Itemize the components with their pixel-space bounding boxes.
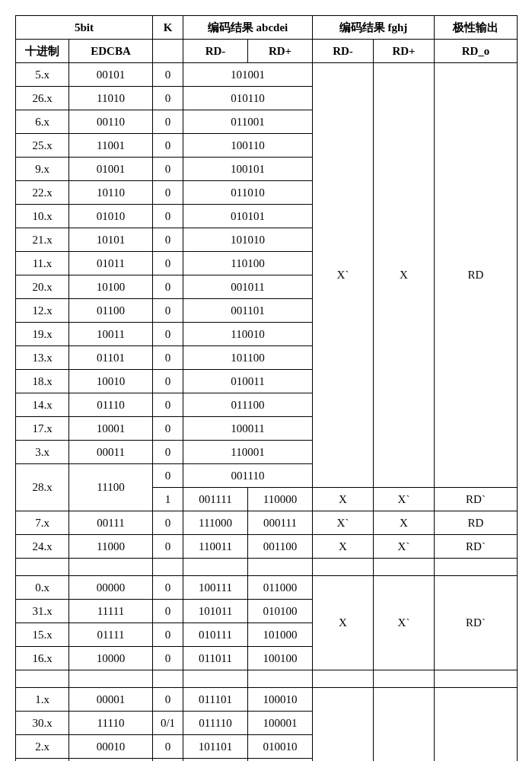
- cell: 010111: [183, 623, 248, 647]
- cell: 01101: [69, 346, 153, 370]
- cell: [435, 559, 518, 576]
- cell: 25.x: [16, 134, 69, 158]
- cell: 0: [153, 441, 183, 464]
- cell: 14.x: [16, 393, 69, 417]
- header-abcdei: 编码结果 abcdei: [183, 16, 313, 40]
- cell: 101011: [183, 600, 248, 623]
- cell: 0: [153, 252, 183, 275]
- cell: 101000: [248, 623, 313, 647]
- cell: 19.x: [16, 323, 69, 346]
- header-k: K: [153, 16, 183, 40]
- cell: 0: [153, 87, 183, 110]
- cell: 01001: [69, 158, 153, 181]
- header-polarity: 极性输出: [435, 16, 518, 40]
- cell: 101001: [183, 63, 313, 87]
- cell: 6.x: [16, 110, 69, 134]
- cell: RD`: [435, 535, 518, 559]
- cell: 10.x: [16, 205, 69, 228]
- cell: X`: [374, 688, 435, 762]
- cell: 11000: [69, 535, 153, 559]
- cell: 17.x: [16, 417, 69, 441]
- cell: 0: [153, 275, 183, 299]
- cell: RD`: [435, 688, 518, 762]
- cell: 001111: [183, 488, 248, 511]
- cell: 0: [153, 688, 183, 712]
- cell: X: [374, 63, 435, 488]
- cell: 11010: [69, 87, 153, 110]
- cell: 01010: [69, 205, 153, 228]
- cell: 0: [153, 511, 183, 535]
- cell: 7.x: [16, 511, 69, 535]
- cell: 011101: [183, 688, 248, 712]
- cell: 10000: [69, 647, 153, 670]
- header-a-rdp: RD+: [248, 40, 313, 63]
- cell: [183, 559, 248, 576]
- cell: 110001: [183, 441, 313, 464]
- cell: 11100: [69, 464, 153, 511]
- cell: X`: [374, 576, 435, 670]
- cell: 001101: [183, 299, 313, 323]
- cell: 111000: [183, 511, 248, 535]
- cell: 0: [153, 323, 183, 346]
- cell: 0: [153, 134, 183, 158]
- cell: 011011: [183, 647, 248, 670]
- cell: 10101: [69, 228, 153, 252]
- cell: 22.x: [16, 181, 69, 205]
- header-f-rdm: RD-: [313, 40, 374, 63]
- cell: 30.x: [16, 712, 69, 735]
- cell: X`: [313, 63, 374, 488]
- cell: X: [313, 688, 374, 762]
- cell: 100011: [183, 417, 313, 441]
- cell: 0: [153, 600, 183, 623]
- cell: 0: [153, 299, 183, 323]
- cell: 26.x: [16, 87, 69, 110]
- cell: 18.x: [16, 370, 69, 393]
- cell: [374, 559, 435, 576]
- cell: 01011: [69, 252, 153, 275]
- cell: 0: [153, 181, 183, 205]
- cell: [248, 559, 313, 576]
- cell: 0: [153, 735, 183, 759]
- cell: [16, 670, 69, 688]
- cell: 0: [153, 417, 183, 441]
- cell: 0: [153, 158, 183, 181]
- cell: 0: [153, 110, 183, 134]
- cell: [374, 670, 435, 688]
- cell: 5.x: [16, 63, 69, 87]
- table-row: 5.x001010101001X`XRD: [16, 63, 518, 87]
- cell: 0: [153, 647, 183, 670]
- cell: 01100: [69, 299, 153, 323]
- cell: 011110: [183, 712, 248, 735]
- cell: 10110: [69, 181, 153, 205]
- cell: 13.x: [16, 346, 69, 370]
- cell: RD: [435, 63, 518, 488]
- cell: 21.x: [16, 228, 69, 252]
- cell: [435, 670, 518, 688]
- cell: 9.x: [16, 158, 69, 181]
- cell: 010101: [183, 205, 313, 228]
- table-row: 1.x000010011101100010XX`RD`: [16, 688, 518, 712]
- cell: 011010: [183, 181, 313, 205]
- header-row-1: 5bit K 编码结果 abcdei 编码结果 fghj 极性输出: [16, 16, 518, 40]
- cell: 000111: [248, 511, 313, 535]
- cell: RD`: [435, 488, 518, 511]
- cell: 00000: [69, 576, 153, 600]
- cell: 110010: [183, 323, 313, 346]
- cell: RD: [435, 511, 518, 535]
- cell: X`: [374, 488, 435, 511]
- cell: 3.x: [16, 441, 69, 464]
- cell: 11101: [69, 759, 153, 762]
- cell: 010110: [183, 87, 313, 110]
- cell: 00011: [69, 441, 153, 464]
- cell: X`: [374, 535, 435, 559]
- cell: 0/1: [153, 759, 183, 762]
- cell: 16.x: [16, 647, 69, 670]
- cell: 1.x: [16, 688, 69, 712]
- cell: 0: [153, 63, 183, 87]
- cell: 10010: [69, 370, 153, 393]
- cell: 11111: [69, 600, 153, 623]
- cell: 11001: [69, 134, 153, 158]
- cell: 00101: [69, 63, 153, 87]
- cell: [69, 670, 153, 688]
- cell: 10011: [69, 323, 153, 346]
